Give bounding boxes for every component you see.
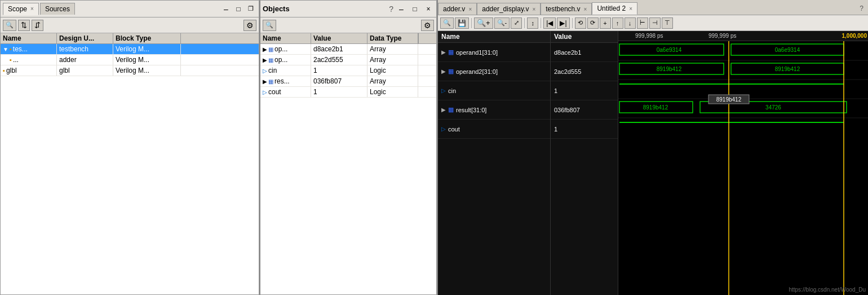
scope-row-0-block: Verilog M... bbox=[113, 44, 181, 54]
wave-search-btn[interactable]: 🔍 bbox=[440, 17, 454, 29]
value-result: 036fb807 bbox=[554, 107, 580, 113]
wave-value-row-1: 2ac2d555 bbox=[551, 62, 618, 81]
signal-name-operand1: operand1[31:0] bbox=[456, 49, 498, 56]
wave-go-start-btn[interactable]: |◀ bbox=[543, 17, 556, 29]
logic-icon-cout: ▷ bbox=[441, 126, 446, 132]
expand-0[interactable]: ▶ bbox=[263, 46, 267, 52]
bus-icon-3: ▦ bbox=[268, 78, 273, 85]
wave-go-prev-btn[interactable]: ⟲ bbox=[575, 17, 586, 29]
scope-toolbar: 🔍 ⇅ ⇵ ⚙ bbox=[1, 17, 259, 33]
objects-row-2[interactable]: ▷ cin 1 Logic bbox=[260, 65, 436, 76]
tab-sources[interactable]: Sources bbox=[40, 3, 75, 15]
waveform-help-btn[interactable]: ? bbox=[855, 2, 868, 15]
objects-settings-btn[interactable]: ⚙ bbox=[421, 20, 434, 31]
wave-name-row-4[interactable]: ▷ cout bbox=[438, 120, 550, 139]
tab-adder-display-v-label: adder_display.v bbox=[482, 5, 529, 13]
svg-text:8919b412: 8919b412 bbox=[716, 96, 742, 103]
scope-row-0[interactable]: ▼ ▪ tes... testbench Verilog M... bbox=[1, 44, 259, 55]
svg-text:0a6e9314: 0a6e9314 bbox=[775, 47, 800, 53]
expand-3[interactable]: ▶ bbox=[263, 78, 267, 85]
waveform-tabs: adder.v × adder_display.v × testbench.v … bbox=[438, 0, 868, 15]
scope-row-1-block: Verilog M... bbox=[113, 55, 181, 65]
tab-adder-display-v[interactable]: adder_display.v × bbox=[477, 3, 541, 15]
objects-row-4[interactable]: ▷ cout 1 Logic bbox=[260, 87, 436, 98]
wave-go-end-btn[interactable]: ▶| bbox=[557, 17, 569, 29]
wave-move-down-btn[interactable]: ↓ bbox=[625, 17, 636, 29]
wave-name-row-3[interactable]: ▶ ▦ result[31:0] bbox=[438, 100, 550, 120]
scope-search-btn[interactable]: 🔍 bbox=[3, 20, 16, 31]
signal-name-operand2: operand2[31:0] bbox=[456, 68, 498, 75]
objects-row-3[interactable]: ▶ ▦ res... 036fb807 Array bbox=[260, 76, 436, 87]
expand-operand2[interactable]: ▶ bbox=[441, 68, 446, 74]
scope-row-2[interactable]: ▪ glbl glbl Verilog M... bbox=[1, 65, 259, 76]
objects-row-2-type: Logic bbox=[367, 65, 418, 76]
scope-col-name-header: Name bbox=[1, 33, 57, 43]
timeline-marker-0: 999,998 ps bbox=[635, 33, 663, 39]
objects-row-3-name: ▶ ▦ res... bbox=[260, 76, 311, 86]
expand-result[interactable]: ▶ bbox=[441, 107, 446, 113]
objects-row-0-name: ▶ ▦ op... bbox=[260, 44, 311, 54]
bus-icon-result: ▦ bbox=[448, 106, 454, 113]
scope-settings-btn[interactable]: ⚙ bbox=[243, 20, 256, 31]
wave-value-header: Value bbox=[551, 31, 618, 43]
wave-name-header: Name bbox=[438, 31, 550, 43]
scope-tabs: Scope × Sources – □ ❐ bbox=[1, 1, 259, 17]
wave-move-up-btn[interactable]: ↑ bbox=[612, 17, 623, 29]
restore-btn[interactable]: ❐ bbox=[245, 3, 256, 15]
toolbar-divider-3 bbox=[541, 18, 541, 28]
wave-canvas[interactable]: 999,998 ps 999,999 ps 1,000,000 0a6 bbox=[618, 31, 868, 295]
objects-search-btn[interactable]: 🔍 bbox=[263, 20, 276, 31]
objects-close-btn[interactable]: × bbox=[423, 3, 434, 15]
wave-name-row-1[interactable]: ▶ ▦ operand2[31:0] bbox=[438, 62, 550, 81]
signal-name-result: result[31:0] bbox=[456, 107, 486, 113]
wave-fit-btn[interactable]: ⤢ bbox=[511, 17, 522, 29]
logic-icon-2: ▷ bbox=[263, 68, 267, 74]
scope-sort-asc-btn[interactable]: ⇅ bbox=[18, 20, 30, 31]
wave-add-wave-btn[interactable]: + bbox=[600, 17, 611, 29]
tab-testbench-v[interactable]: testbench.v × bbox=[541, 3, 592, 15]
wave-value-row-3: 036fb807 bbox=[551, 100, 618, 120]
expand-arrow-0[interactable]: ▼ bbox=[3, 46, 8, 52]
waveform-toolbar: 🔍 💾 🔍+ 🔍- ⤢ ↕ |◀ ▶| ⟲ ⟳ + ↑ ↓ ⊢ ⊣ ⊤ bbox=[438, 15, 868, 31]
objects-row-0[interactable]: ▶ ▦ op... d8ace2b1 Array bbox=[260, 44, 436, 55]
tab-adder-v[interactable]: adder.v × bbox=[438, 3, 477, 15]
objects-table-header: Name Value Data Type bbox=[260, 33, 436, 44]
tab-testbench-close[interactable]: × bbox=[584, 6, 587, 12]
objects-row-0-value: d8ace2b1 bbox=[311, 44, 367, 54]
scope-panel: Scope × Sources – □ ❐ 🔍 ⇅ ⇵ ⚙ Name Desig… bbox=[0, 0, 259, 295]
toolbar-divider-1 bbox=[471, 18, 472, 28]
objects-row-1[interactable]: ▶ ▦ op... 2ac2d555 Array bbox=[260, 55, 436, 65]
tab-untitled2[interactable]: Untitled 2 × bbox=[592, 2, 637, 15]
tab-adder-v-close[interactable]: × bbox=[468, 6, 472, 12]
objects-minimize-btn[interactable]: – bbox=[396, 3, 407, 15]
tab-sources-label: Sources bbox=[45, 5, 70, 13]
wave-btn2[interactable]: ⊣ bbox=[649, 17, 661, 29]
scope-tab-close[interactable]: × bbox=[30, 6, 34, 12]
expand-operand1[interactable]: ▶ bbox=[441, 49, 446, 55]
svg-text:34726: 34726 bbox=[765, 104, 781, 111]
tab-adder-display-close[interactable]: × bbox=[532, 6, 535, 12]
objects-help-btn[interactable]: ? bbox=[389, 5, 393, 14]
wave-name-row-2[interactable]: ▷ cin bbox=[438, 81, 550, 100]
waveform-panel: adder.v × adder_display.v × testbench.v … bbox=[437, 0, 868, 295]
expand-1[interactable]: ▶ bbox=[263, 57, 267, 63]
maximize-btn[interactable]: □ bbox=[233, 3, 244, 15]
wave-btn1[interactable]: ⊢ bbox=[637, 17, 648, 29]
wave-save-btn[interactable]: 💾 bbox=[455, 17, 469, 29]
tab-untitled2-close[interactable]: × bbox=[629, 6, 632, 12]
wave-btn3[interactable]: ⊤ bbox=[662, 17, 673, 29]
value-operand2: 2ac2d555 bbox=[554, 68, 581, 75]
wave-zoom-in-btn[interactable]: 🔍+ bbox=[474, 17, 493, 29]
tab-scope[interactable]: Scope × bbox=[3, 3, 39, 15]
wave-zoom-out-btn[interactable]: 🔍- bbox=[494, 17, 510, 29]
wave-cursor-btn[interactable]: ↕ bbox=[527, 17, 538, 29]
tab-testbench-v-label: testbench.v bbox=[546, 5, 580, 13]
minimize-btn[interactable]: – bbox=[220, 3, 232, 15]
objects-col-type-header: Data Type bbox=[367, 33, 418, 43]
objects-maximize-btn[interactable]: □ bbox=[409, 3, 420, 15]
wave-name-row-0[interactable]: ▶ ▦ operand1[31:0] bbox=[438, 43, 550, 62]
wave-go-next-btn[interactable]: ⟳ bbox=[587, 17, 599, 29]
scope-sort-desc-btn[interactable]: ⇵ bbox=[32, 20, 43, 31]
scope-row-1[interactable]: ▪ ... adder Verilog M... bbox=[1, 55, 259, 65]
toolbar-divider-4 bbox=[572, 18, 573, 28]
